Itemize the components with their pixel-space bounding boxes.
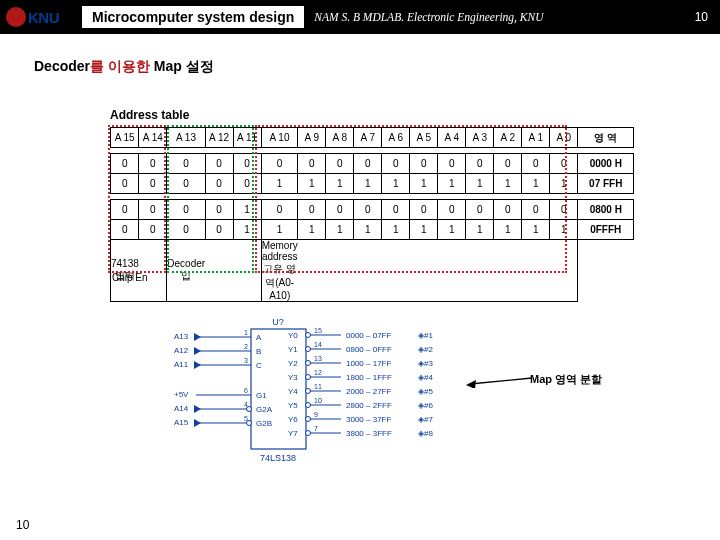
hdr: A 6 (382, 128, 410, 148)
svg-text:◈#6: ◈#6 (418, 401, 433, 410)
svg-point-57 (306, 389, 311, 394)
svg-text:1: 1 (244, 329, 248, 336)
svg-text:A13: A13 (174, 332, 189, 341)
svg-text:G2A: G2A (256, 405, 273, 414)
map-label: Map 영역 분할 (530, 372, 602, 387)
table-row: 00001111111111110FFFH (111, 220, 634, 240)
svg-text:◈#5: ◈#5 (418, 387, 433, 396)
svg-text:2000 – 27FF: 2000 – 27FF (346, 387, 391, 396)
svg-text:0800 – 0FFF: 0800 – 0FFF (346, 345, 392, 354)
svg-text:◈#3: ◈#3 (418, 359, 433, 368)
svg-text:◈#7: ◈#7 (418, 415, 433, 424)
svg-text:15: 15 (314, 327, 322, 334)
hdr: A 0 (550, 128, 578, 148)
ic-name: 74LS138 (260, 453, 296, 463)
svg-text:A15: A15 (174, 418, 189, 427)
svg-text:14: 14 (314, 341, 322, 348)
hdr: 영 역 (578, 128, 634, 148)
decoder-diagram: U? 74LS138 A131A A122B A113C +5V6G1 A144… (166, 315, 466, 465)
hdr: A 5 (410, 128, 438, 148)
page-title: Microcomputer system design (82, 6, 304, 28)
address-table: A 15 A 14 A 13 A 12 A 11 A 10 A 9 A 8 A … (110, 127, 634, 302)
svg-text:A12: A12 (174, 346, 189, 355)
svg-text:2800 – 2FFF: 2800 – 2FFF (346, 401, 392, 410)
svg-marker-30 (194, 405, 201, 413)
svg-marker-31 (194, 419, 201, 427)
svg-point-39 (306, 347, 311, 352)
svg-text:3: 3 (244, 357, 248, 364)
logo: KNU (6, 5, 76, 29)
logo-icon (6, 7, 26, 27)
svg-text:A11: A11 (174, 360, 189, 369)
svg-text:1800 – 1FFF: 1800 – 1FFF (346, 373, 392, 382)
svg-point-75 (306, 431, 311, 436)
svg-marker-27 (194, 333, 201, 341)
svg-text:10: 10 (314, 397, 322, 404)
hdr: A 15 (111, 128, 139, 148)
svg-text:◈#8: ◈#8 (418, 429, 433, 438)
svg-text:Y6: Y6 (288, 415, 298, 424)
hdr: A 11 (233, 128, 261, 148)
svg-marker-29 (194, 361, 201, 369)
table-footer: 74138 입력 Decoder 입 Memory address 고유 영역(… (111, 240, 634, 302)
svg-text:◈#4: ◈#4 (418, 373, 433, 382)
svg-text:6: 6 (244, 387, 248, 394)
heading-c: Map 설정 (154, 58, 214, 74)
footer-l: 74138 입력 (111, 240, 139, 302)
logo-text: KNU (28, 9, 59, 26)
svg-text:13: 13 (314, 355, 322, 362)
hdr: A 4 (438, 128, 466, 148)
svg-point-33 (306, 333, 311, 338)
svg-point-51 (306, 375, 311, 380)
ic-ref: U? (272, 317, 284, 327)
svg-text:3800 – 3FFF: 3800 – 3FFF (346, 429, 392, 438)
svg-text:2: 2 (244, 343, 248, 350)
heading-a: Decoder (34, 58, 90, 74)
svg-point-45 (306, 361, 311, 366)
svg-text:+5V: +5V (174, 390, 189, 399)
svg-point-63 (306, 403, 311, 408)
svg-text:0000 – 07FF: 0000 – 07FF (346, 331, 391, 340)
svg-text:1000 – 17FF: 1000 – 17FF (346, 359, 391, 368)
svg-text:Y7: Y7 (288, 429, 298, 438)
svg-text:Y0: Y0 (288, 331, 298, 340)
footer-m: Decoder 입 (167, 240, 205, 302)
heading: Decoder를 이용한 Map 설정 (34, 58, 214, 76)
hdr: A 8 (326, 128, 354, 148)
decoder-svg: U? 74LS138 A131A A122B A113C +5V6G1 A144… (166, 315, 466, 465)
svg-line-80 (470, 378, 532, 384)
table-row: 00000000000000000000 H (111, 154, 634, 174)
svg-text:◈#2: ◈#2 (418, 345, 433, 354)
hdr: A 10 (261, 128, 298, 148)
svg-text:9: 9 (314, 411, 318, 418)
svg-text:Y4: Y4 (288, 387, 298, 396)
table-row: 000001111111111107 FFH (111, 174, 634, 194)
page-number-bottom: 10 (16, 518, 29, 532)
address-table-wrap: A 15 A 14 A 13 A 12 A 11 A 10 A 9 A 8 A … (110, 127, 634, 302)
svg-point-69 (306, 417, 311, 422)
svg-text:G2B: G2B (256, 419, 272, 428)
svg-text:7: 7 (314, 425, 318, 432)
hdr: A 1 (522, 128, 550, 148)
hdr: A 7 (354, 128, 382, 148)
svg-text:Y3: Y3 (288, 373, 298, 382)
svg-text:Y5: Y5 (288, 401, 298, 410)
svg-text:A14: A14 (174, 404, 189, 413)
svg-marker-28 (194, 347, 201, 355)
table-row: 00001000000000000800 H (111, 200, 634, 220)
svg-text:5: 5 (244, 415, 248, 422)
svg-text:◈#1: ◈#1 (418, 331, 433, 340)
svg-text:B: B (256, 347, 261, 356)
svg-text:C: C (256, 361, 262, 370)
svg-text:11: 11 (314, 383, 322, 390)
page-subtitle: NAM S. B MDLAB. Electronic Engineering, … (314, 11, 543, 23)
hdr: A 3 (466, 128, 494, 148)
chip-en-label: Chip En (112, 272, 148, 283)
table-header: A 15 A 14 A 13 A 12 A 11 A 10 A 9 A 8 A … (111, 128, 634, 148)
topbar: Microcomputer system design NAM S. B MDL… (0, 0, 720, 34)
footer-r: Memory address 고유 영역(A0-A10) (261, 240, 298, 302)
table-caption: Address table (110, 108, 189, 122)
svg-text:Y1: Y1 (288, 345, 298, 354)
svg-marker-81 (466, 380, 476, 388)
heading-b: 를 이용한 (90, 58, 154, 74)
